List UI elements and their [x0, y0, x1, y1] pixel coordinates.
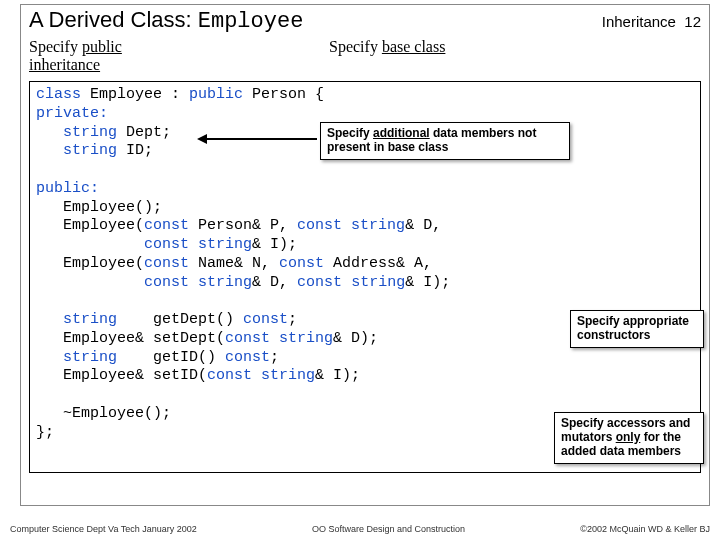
code-text: ID;: [117, 142, 153, 159]
code-text: [36, 311, 63, 328]
code-text: [252, 367, 261, 384]
footer-left: Computer Science Dept Va Tech January 20…: [10, 524, 197, 534]
title-prefix: A Derived Class:: [29, 7, 198, 32]
chapter-label: Inheritance: [602, 13, 676, 30]
callout-text: added data members: [561, 444, 681, 458]
callout-text: for the: [640, 430, 681, 444]
code-text: & D);: [333, 330, 378, 347]
title-row: A Derived Class: Employee Inheritance 12: [21, 5, 709, 38]
title-code: Employee: [198, 9, 304, 34]
kw: const: [225, 349, 270, 366]
code-text: [189, 236, 198, 253]
annot-text: Specify: [329, 38, 382, 55]
code-text: [36, 274, 144, 291]
code-text: };: [36, 424, 54, 441]
kw: string: [63, 142, 117, 159]
code-text: getID(): [117, 349, 225, 366]
slide-footer: Computer Science Dept Va Tech January 20…: [10, 524, 710, 534]
kw: string: [261, 367, 315, 384]
kw: const: [144, 274, 189, 291]
arrow-icon: [205, 138, 317, 140]
code-box: class Employee : public Person { private…: [29, 81, 701, 473]
code-text: Employee();: [36, 199, 162, 216]
annotation-row: Specify public inheritance Specify base …: [21, 38, 709, 79]
kw: const: [297, 217, 342, 234]
callout-underline: only: [616, 430, 641, 444]
code-text: Name& N,: [189, 255, 279, 272]
annot-base-class: Specify base class: [329, 38, 445, 73]
kw: const: [144, 217, 189, 234]
kw: string: [279, 330, 333, 347]
code-text: Employee(: [36, 255, 144, 272]
callout-text: constructors: [577, 328, 650, 342]
code-text: Dept;: [117, 124, 171, 141]
code-text: Person& P,: [189, 217, 297, 234]
slide-title: A Derived Class: Employee: [29, 7, 303, 34]
annot-text: Specify: [29, 38, 82, 55]
kw: const: [279, 255, 324, 272]
kw: string: [351, 274, 405, 291]
callout-text: Specify: [327, 126, 373, 140]
kw: public: [189, 86, 243, 103]
annot-public-inheritance: Specify public inheritance: [29, 38, 329, 73]
code-text: [342, 274, 351, 291]
annot-underline: public: [82, 38, 122, 55]
kw: const: [297, 274, 342, 291]
kw: const: [144, 255, 189, 272]
slide-frame: A Derived Class: Employee Inheritance 12…: [20, 4, 710, 506]
kw: const: [207, 367, 252, 384]
page-number: 12: [684, 13, 701, 30]
callout-additional-members: Specify additional data members not pres…: [320, 122, 570, 160]
code-text: & I);: [405, 274, 450, 291]
code-text: Person {: [243, 86, 324, 103]
code-text: & D,: [405, 217, 441, 234]
code-text: Employee(: [36, 217, 144, 234]
code-text: Employee& setID(: [36, 367, 207, 384]
code-text: Address& A,: [324, 255, 432, 272]
callout-underline: additional: [373, 126, 430, 140]
code-text: [36, 124, 63, 141]
kw: string: [198, 274, 252, 291]
code-text: & I);: [315, 367, 360, 384]
kw: private:: [36, 105, 108, 122]
kw: class: [36, 86, 81, 103]
code-text: ~Employee();: [36, 405, 171, 422]
code-text: [270, 330, 279, 347]
kw: string: [351, 217, 405, 234]
kw: string: [63, 311, 117, 328]
kw: string: [198, 236, 252, 253]
code-text: ;: [288, 311, 297, 328]
kw: const: [243, 311, 288, 328]
callout-constructors: Specify appropriate constructors: [570, 310, 704, 348]
code-text: [36, 236, 144, 253]
callout-text: data members not: [430, 126, 537, 140]
kw: string: [63, 124, 117, 141]
footer-right: ©2002 McQuain WD & Keller BJ: [580, 524, 710, 534]
chapter-page: Inheritance 12: [602, 13, 701, 30]
annot-underline: inheritance: [29, 56, 100, 73]
code-text: & D,: [252, 274, 297, 291]
code-text: [342, 217, 351, 234]
callout-text: mutators: [561, 430, 616, 444]
code-text: ;: [270, 349, 279, 366]
annot-underline: base class: [382, 38, 446, 55]
code-text: & I);: [252, 236, 297, 253]
code-text: [36, 349, 63, 366]
kw: string: [63, 349, 117, 366]
kw: public:: [36, 180, 99, 197]
code-text: Employee :: [81, 86, 189, 103]
code-text: [36, 142, 63, 159]
code-text: getDept(): [117, 311, 243, 328]
kw: const: [225, 330, 270, 347]
code-text: [189, 274, 198, 291]
callout-text: present in base class: [327, 140, 448, 154]
kw: const: [144, 236, 189, 253]
callout-text: Specify accessors and: [561, 416, 690, 430]
callout-text: Specify appropriate: [577, 314, 689, 328]
code-text: Employee& setDept(: [36, 330, 225, 347]
callout-accessors-mutators: Specify accessors and mutators only for …: [554, 412, 704, 463]
footer-mid: OO Software Design and Construction: [312, 524, 465, 534]
